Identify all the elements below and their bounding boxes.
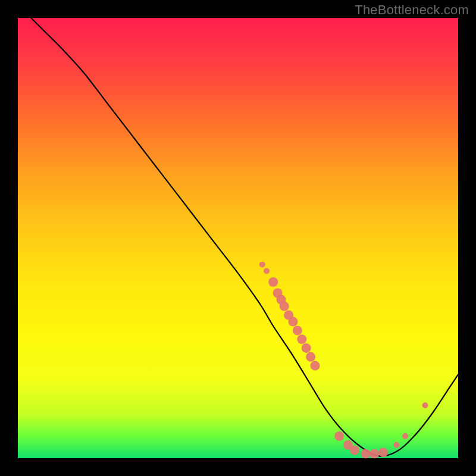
data-point — [268, 277, 278, 287]
chart-frame: TheBottleneck.com — [0, 0, 476, 476]
data-point — [378, 447, 388, 457]
data-point — [402, 433, 408, 439]
data-point — [259, 261, 265, 267]
data-point — [422, 402, 428, 408]
data-point — [293, 325, 302, 335]
data-point — [289, 317, 298, 327]
data-point — [361, 449, 371, 459]
data-point — [393, 442, 399, 448]
data-point — [280, 302, 289, 311]
data-point — [369, 449, 379, 459]
data-point — [306, 352, 315, 362]
bottleneck-curve — [31, 18, 458, 456]
data-point — [334, 431, 344, 441]
data-point — [264, 268, 270, 274]
watermark-text: TheBottleneck.com — [355, 2, 469, 18]
data-point — [311, 361, 320, 371]
data-points — [259, 261, 428, 458]
plot-area — [18, 18, 458, 458]
data-point — [302, 343, 311, 353]
chart-svg — [18, 18, 458, 458]
data-point — [297, 334, 306, 344]
data-point — [350, 446, 359, 455]
